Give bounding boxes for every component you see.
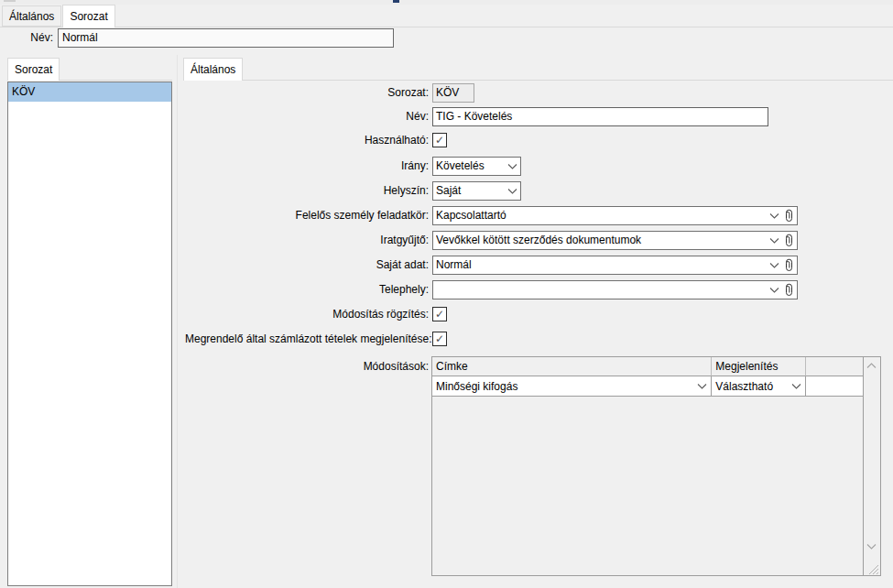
modositasok-table: Címke Megjelenítés Minőségi kifogás Vála… [431,356,881,576]
panel-splitter[interactable] [177,55,178,588]
row-megrendelo-tetelek: Megrendelő által számlázott tételek megj… [185,332,447,346]
paperclip-icon[interactable] [782,258,796,272]
chevron-down-icon [504,189,520,194]
row-modositasok: Módosítások: [185,357,432,376]
list-item-kov[interactable]: KÖV [8,82,171,102]
row-telephely: Telephely: [185,280,798,299]
row-sajat-adat: Saját adat: Normál [185,256,798,275]
sorozat-listbox[interactable]: KÖV [7,82,172,586]
iratgyujto-label: Iratgyűjtő: [185,231,432,250]
felelos-label: Felelős személy feladatkör: [185,206,432,225]
scroll-down-icon[interactable] [864,544,879,550]
table-header-row: Címke Megjelenítés [432,357,863,376]
telephely-combobox[interactable] [432,280,798,299]
row-hasznalhato: Használható: ✓ [185,133,447,147]
cutoff-artifact [4,0,16,2]
checkbox-check-glyph: ✓ [435,134,444,147]
paperclip-icon[interactable] [782,234,796,247]
felelos-value: Kapcsolattartó [436,207,766,224]
chevron-down-icon [787,384,805,389]
modositasok-label: Módosítások: [185,357,432,376]
modositas-rogzites-label: Módosítás rögzítés: [185,307,432,321]
cimke-cell-combobox[interactable]: Minőségi kifogás [432,376,712,397]
irany-label: Irány: [185,157,432,176]
sajat-adat-value: Normál [436,256,766,274]
header-cimke[interactable]: Címke [432,357,712,376]
row-iratgyujto: Iratgyűjtő: Vevőkkel kötött szerződés do… [185,231,798,250]
chevron-down-icon [692,384,711,389]
row-felelos: Felelős személy feladatkör: Kapcsolattar… [185,206,798,225]
megrendelo-tetelek-checkbox[interactable]: ✓ [432,332,447,346]
cutoff-artifact [393,0,399,3]
scroll-up-icon[interactable] [864,363,879,368]
chevron-down-icon [766,238,782,244]
sorozat-label: Sorozat: [185,83,432,103]
nev-field[interactable]: TIG - Követelés [432,107,768,126]
cimke-cell-value: Minőségi kifogás [436,380,692,393]
extra-cell [806,376,863,397]
resize-grip-icon[interactable] [866,561,879,575]
irany-combobox[interactable]: Követelés [432,157,521,176]
tab-sorozat[interactable]: Sorozat [62,5,114,27]
header-extra [806,357,863,376]
row-nev: Név: TIG - Követelés [185,107,768,126]
iratgyujto-value: Vevőkkel kötött szerződés dokumentumok [436,232,766,249]
checkbox-check-glyph: ✓ [435,332,444,345]
left-tabstrip: Sorozat [7,59,172,81]
checkbox-check-glyph: ✓ [435,308,444,321]
paperclip-icon[interactable] [782,283,796,297]
tab-sorozat-list[interactable]: Sorozat [7,58,60,81]
detail-tabstrip: Általános [183,58,893,81]
modositas-rogzites-checkbox[interactable]: ✓ [432,307,447,321]
row-modositas-rogzites: Módosítás rögzítés: ✓ [185,307,447,321]
sajat-adat-combobox[interactable]: Normál [432,256,798,275]
tab-altalanos-detail[interactable]: Általános [183,58,243,81]
chevron-down-icon [766,288,782,293]
megrendelo-tetelek-label: Megrendelő által számlázott tételek megj… [185,332,432,346]
chevron-down-icon [766,263,782,268]
irany-value: Követelés [436,158,504,175]
megjelenites-cell-combobox[interactable]: Választható [712,376,806,397]
header-megjelenites[interactable]: Megjelenítés [712,357,806,376]
row-irany: Irány: Követelés [185,157,521,176]
iratgyujto-combobox[interactable]: Vevőkkel kötött szerződés dokumentumok [432,231,798,250]
felelos-combobox[interactable]: Kapcsolattartó [432,206,798,225]
modositasok-grid: Címke Megjelenítés Minőségi kifogás Vála… [432,357,864,575]
application-window: Általános Sorozat Név: Normál Sorozat KÖ… [0,0,893,588]
chevron-down-icon [504,164,520,169]
table-empty-area [432,397,863,575]
nev-header-label: Név: [0,28,53,48]
row-helyszin: Helyszín: Saját [185,181,521,201]
table-scrollbar[interactable] [864,357,879,575]
helyszin-value: Saját [436,182,504,200]
sorozat-field: KÖV [432,83,474,103]
main-tabstrip: Általános Sorozat [0,5,893,27]
hasznalhato-checkbox[interactable]: ✓ [432,133,447,147]
paperclip-icon[interactable] [782,209,796,223]
helyszin-label: Helyszín: [185,181,432,201]
chevron-down-icon [766,213,782,219]
helyszin-combobox[interactable]: Saját [432,181,521,201]
tab-altalanos[interactable]: Általános [2,5,61,27]
table-row: Minőségi kifogás Választható [432,376,863,397]
megjelenites-cell-value: Választható [715,380,787,393]
hasznalhato-label: Használható: [185,133,432,147]
telephely-label: Telephely: [185,280,432,299]
nev-header-input[interactable]: Normál [58,28,394,48]
nev-label: Név: [185,107,432,126]
row-sorozat: Sorozat: KÖV [185,83,474,103]
sajat-adat-label: Saját adat: [185,256,432,275]
